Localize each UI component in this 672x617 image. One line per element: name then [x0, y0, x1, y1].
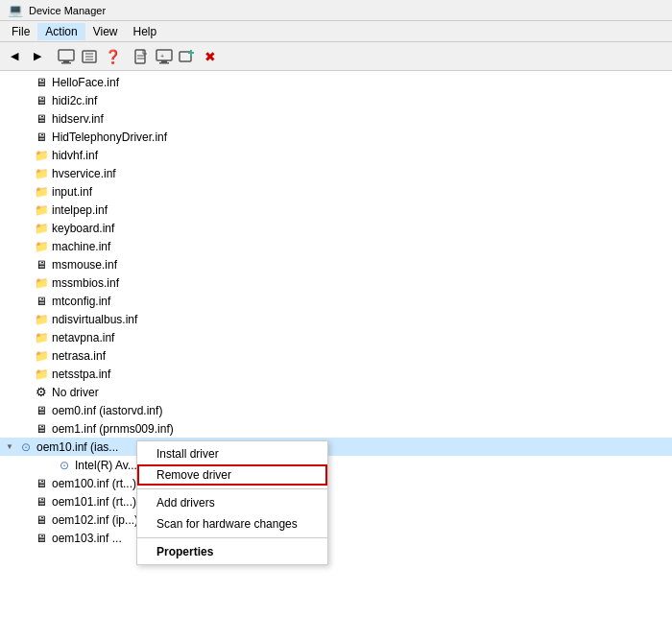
context-menu-scan[interactable]: Scan for hardware changes	[137, 513, 327, 534]
intel-icon: ⊙	[57, 458, 72, 473]
device-icon: 🖥	[34, 257, 49, 273]
folder-icon: 📁	[34, 221, 49, 236]
iastor-icon: ⊙	[18, 439, 34, 455]
list-item[interactable]: 🖥 hidserv.inf	[0, 109, 672, 128]
toolbar-add-device-icon[interactable]	[177, 46, 198, 67]
toolbar-back[interactable]: ◀	[4, 46, 25, 67]
toolbar-monitor2-icon[interactable]: +	[154, 46, 175, 67]
list-item[interactable]: 🖥 hidi2c.inf	[0, 91, 672, 109]
toolbar-help-icon[interactable]: ❓	[102, 46, 123, 67]
folder-icon: 📁	[34, 166, 49, 181]
list-item[interactable]: 📁 hvservice.inf	[0, 164, 672, 182]
list-item[interactable]: 🖥 HelloFace.inf	[0, 73, 672, 91]
item-label: intelpep.inf	[52, 203, 108, 217]
device-icon: 🖥	[34, 531, 49, 546]
item-label: machine.inf	[52, 240, 110, 253]
list-item[interactable]: 📁 input.inf	[0, 182, 672, 201]
menu-action[interactable]: Action	[37, 23, 84, 40]
device-icon: 🖥	[34, 476, 49, 491]
svg-rect-11	[161, 60, 167, 62]
menu-view[interactable]: View	[85, 23, 126, 40]
list-item[interactable]: 🖥 oem101.inf (rt...)	[0, 492, 672, 510]
item-label: oem102.inf (ip...)	[52, 513, 138, 527]
folder-icon: 📁	[34, 275, 49, 291]
title-bar-text: Device Manager	[29, 5, 106, 16]
context-menu: Install driver Remove driver Add drivers…	[136, 440, 328, 565]
list-item[interactable]: ⚙ No driver	[0, 383, 672, 401]
context-menu-separator-2	[137, 537, 327, 538]
folder-icon: 📁	[34, 239, 49, 254]
list-item[interactable]: 🖥 msmouse.inf	[0, 255, 672, 273]
list-item[interactable]: ⊙ Intel(R) Av...	[0, 456, 672, 474]
folder-icon: 📁	[34, 330, 49, 345]
item-label: No driver	[52, 386, 99, 399]
item-label: msmouse.inf	[52, 258, 117, 272]
item-label: ndisvirtualbus.inf	[52, 313, 137, 326]
item-label: oem101.inf (rt...)	[52, 495, 136, 509]
context-menu-properties[interactable]: Properties	[137, 541, 327, 562]
item-label: mtconfig.inf	[52, 295, 110, 308]
item-label: oem100.inf (rt...)	[52, 477, 136, 490]
title-bar: 💻 Device Manager	[0, 0, 672, 21]
toolbar-remove-icon[interactable]: ✖	[200, 46, 221, 67]
list-item[interactable]: 🖥 oem100.inf (rt...)	[0, 474, 672, 492]
item-label: Intel(R) Av...	[75, 459, 137, 472]
item-label: oem10.inf (ias...	[36, 440, 118, 454]
item-label: hidserv.inf	[52, 112, 104, 126]
folder-icon: 📁	[34, 202, 49, 218]
menu-help[interactable]: Help	[126, 23, 165, 40]
svg-text:+: +	[160, 53, 164, 59]
main-content: 🖥 HelloFace.inf 🖥 hidi2c.inf 🖥 hidserv.i…	[0, 71, 672, 617]
svg-rect-12	[159, 62, 169, 64]
context-menu-add-drivers[interactable]: Add drivers	[137, 492, 327, 513]
list-item[interactable]: 🖥 oem103.inf ...	[0, 529, 672, 547]
device-icon: 🖥	[34, 403, 49, 418]
menu-file[interactable]: File	[4, 23, 37, 40]
item-label: oem1.inf (prnms009.inf)	[52, 422, 174, 436]
context-menu-separator-1	[137, 488, 327, 489]
item-label: hvservice.inf	[52, 167, 116, 180]
svg-rect-1	[63, 60, 69, 62]
gear-icon: ⚙	[34, 385, 49, 400]
folder-icon: 📁	[34, 348, 49, 364]
context-menu-remove-driver[interactable]: Remove driver	[137, 464, 327, 486]
device-icon: 🖥	[34, 512, 49, 528]
folder-icon: 📁	[34, 148, 49, 163]
device-icon: 🖥	[34, 494, 49, 510]
list-item[interactable]: 📁 netrasa.inf	[0, 346, 672, 365]
list-item[interactable]: 📁 ndisvirtualbus.inf	[0, 310, 672, 328]
item-label: mssmbios.inf	[52, 276, 119, 290]
device-icon: 🖥	[34, 130, 49, 145]
item-label: keyboard.inf	[52, 222, 114, 235]
list-item[interactable]: 📁 keyboard.inf	[0, 219, 672, 237]
list-item[interactable]: 📁 hidvhf.inf	[0, 146, 672, 164]
folder-icon: 📁	[34, 312, 49, 327]
toolbar: ◀ ▶ ❓ +	[0, 42, 672, 71]
item-label: input.inf	[52, 185, 92, 199]
list-item[interactable]: 📁 machine.inf	[0, 237, 672, 255]
device-icon: 🖥	[34, 75, 49, 90]
list-item[interactable]: 📁 intelpep.inf	[0, 201, 672, 219]
toolbar-doc-icon[interactable]	[131, 46, 152, 67]
list-item[interactable]: 📁 mssmbios.inf	[0, 273, 672, 292]
item-label: netsstpa.inf	[52, 368, 110, 381]
list-item[interactable]: 🖥 HidTelephonyDriver.inf	[0, 128, 672, 146]
item-label: oem103.inf ...	[52, 532, 122, 545]
svg-rect-2	[61, 62, 71, 64]
list-item[interactable]: 🖥 mtconfig.inf	[0, 292, 672, 310]
toolbar-list-icon[interactable]	[79, 46, 100, 67]
title-bar-icon: 💻	[8, 3, 23, 17]
folder-icon: 📁	[34, 367, 49, 382]
toolbar-forward[interactable]: ▶	[27, 46, 48, 67]
item-label: netrasa.inf	[52, 349, 106, 363]
item-label: hidvhf.inf	[52, 149, 98, 162]
list-item[interactable]: 📁 netsstpa.inf	[0, 365, 672, 383]
list-item[interactable]: 🖥 oem1.inf (prnms009.inf)	[0, 419, 672, 438]
menu-bar: File Action View Help	[0, 21, 672, 42]
list-item[interactable]: 🖥 oem102.inf (ip...)	[0, 510, 672, 529]
list-item[interactable]: 📁 netavpna.inf	[0, 328, 672, 346]
list-item-selected[interactable]: ⊙ oem10.inf (ias...	[0, 438, 672, 456]
context-menu-install-driver[interactable]: Install driver	[137, 443, 327, 464]
toolbar-monitor-icon[interactable]	[56, 46, 77, 67]
list-item[interactable]: 🖥 oem0.inf (iastorvd.inf)	[0, 401, 672, 419]
